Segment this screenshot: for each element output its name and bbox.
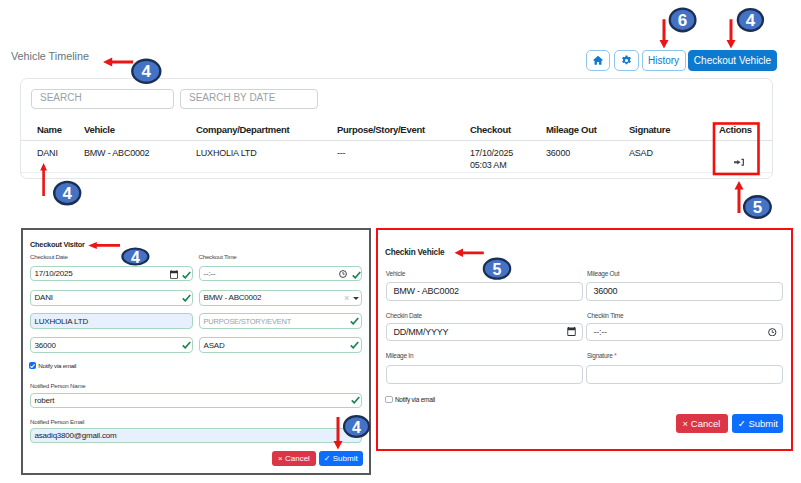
svg-text:4: 4 bbox=[131, 249, 140, 266]
svg-text:4: 4 bbox=[746, 11, 756, 30]
svg-text:4: 4 bbox=[142, 62, 152, 81]
svg-text:6: 6 bbox=[678, 11, 687, 30]
svg-text:5: 5 bbox=[493, 261, 502, 278]
svg-text:4: 4 bbox=[62, 184, 72, 203]
svg-text:4: 4 bbox=[352, 419, 361, 436]
svg-text:5: 5 bbox=[753, 198, 762, 217]
